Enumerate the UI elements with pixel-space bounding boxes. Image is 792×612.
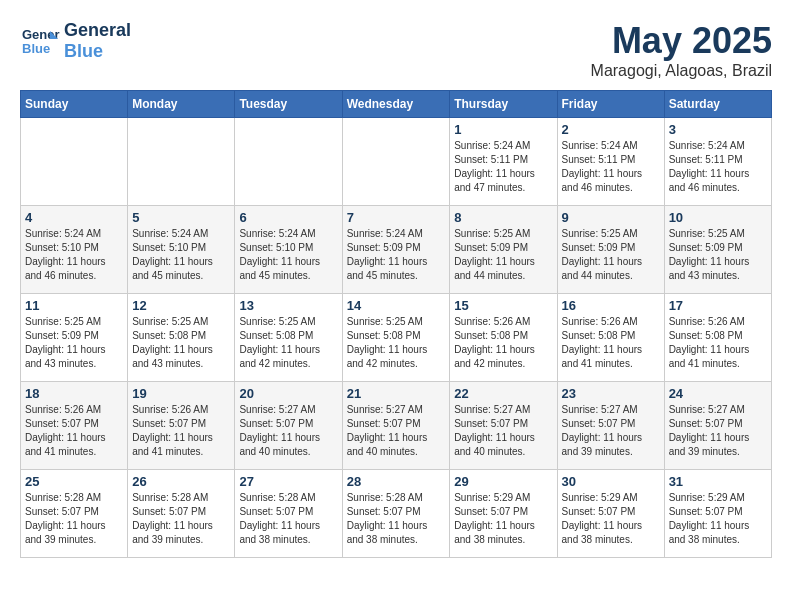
day-info: Sunrise: 5:24 AM Sunset: 5:11 PM Dayligh… (669, 139, 767, 195)
day-info: Sunrise: 5:27 AM Sunset: 5:07 PM Dayligh… (669, 403, 767, 459)
calendar-cell: 2Sunrise: 5:24 AM Sunset: 5:11 PM Daylig… (557, 118, 664, 206)
month-title: May 2025 (591, 20, 772, 62)
calendar: SundayMondayTuesdayWednesdayThursdayFrid… (20, 90, 772, 558)
day-number: 9 (562, 210, 660, 225)
day-number: 25 (25, 474, 123, 489)
day-info: Sunrise: 5:27 AM Sunset: 5:07 PM Dayligh… (562, 403, 660, 459)
day-number: 29 (454, 474, 552, 489)
day-info: Sunrise: 5:25 AM Sunset: 5:09 PM Dayligh… (25, 315, 123, 371)
calendar-body: 1Sunrise: 5:24 AM Sunset: 5:11 PM Daylig… (21, 118, 772, 558)
day-number: 18 (25, 386, 123, 401)
day-info: Sunrise: 5:24 AM Sunset: 5:11 PM Dayligh… (454, 139, 552, 195)
logo-blue: Blue (64, 41, 131, 62)
day-number: 28 (347, 474, 446, 489)
day-info: Sunrise: 5:28 AM Sunset: 5:07 PM Dayligh… (25, 491, 123, 547)
calendar-cell: 19Sunrise: 5:26 AM Sunset: 5:07 PM Dayli… (128, 382, 235, 470)
calendar-week-row: 1Sunrise: 5:24 AM Sunset: 5:11 PM Daylig… (21, 118, 772, 206)
day-info: Sunrise: 5:25 AM Sunset: 5:09 PM Dayligh… (562, 227, 660, 283)
day-info: Sunrise: 5:29 AM Sunset: 5:07 PM Dayligh… (562, 491, 660, 547)
day-number: 10 (669, 210, 767, 225)
day-number: 4 (25, 210, 123, 225)
day-number: 8 (454, 210, 552, 225)
day-info: Sunrise: 5:26 AM Sunset: 5:07 PM Dayligh… (132, 403, 230, 459)
day-number: 23 (562, 386, 660, 401)
calendar-cell: 11Sunrise: 5:25 AM Sunset: 5:09 PM Dayli… (21, 294, 128, 382)
day-info: Sunrise: 5:24 AM Sunset: 5:10 PM Dayligh… (132, 227, 230, 283)
weekday-header-cell: Sunday (21, 91, 128, 118)
svg-text:General: General (22, 27, 60, 42)
calendar-cell: 25Sunrise: 5:28 AM Sunset: 5:07 PM Dayli… (21, 470, 128, 558)
day-info: Sunrise: 5:24 AM Sunset: 5:10 PM Dayligh… (239, 227, 337, 283)
day-number: 17 (669, 298, 767, 313)
weekday-header-cell: Friday (557, 91, 664, 118)
weekday-header-row: SundayMondayTuesdayWednesdayThursdayFrid… (21, 91, 772, 118)
calendar-cell: 1Sunrise: 5:24 AM Sunset: 5:11 PM Daylig… (450, 118, 557, 206)
day-info: Sunrise: 5:24 AM Sunset: 5:11 PM Dayligh… (562, 139, 660, 195)
calendar-cell: 28Sunrise: 5:28 AM Sunset: 5:07 PM Dayli… (342, 470, 450, 558)
calendar-cell: 16Sunrise: 5:26 AM Sunset: 5:08 PM Dayli… (557, 294, 664, 382)
calendar-cell: 3Sunrise: 5:24 AM Sunset: 5:11 PM Daylig… (664, 118, 771, 206)
calendar-cell (128, 118, 235, 206)
calendar-cell: 18Sunrise: 5:26 AM Sunset: 5:07 PM Dayli… (21, 382, 128, 470)
calendar-cell: 15Sunrise: 5:26 AM Sunset: 5:08 PM Dayli… (450, 294, 557, 382)
calendar-cell: 7Sunrise: 5:24 AM Sunset: 5:09 PM Daylig… (342, 206, 450, 294)
calendar-cell: 29Sunrise: 5:29 AM Sunset: 5:07 PM Dayli… (450, 470, 557, 558)
calendar-cell: 13Sunrise: 5:25 AM Sunset: 5:08 PM Dayli… (235, 294, 342, 382)
calendar-cell: 22Sunrise: 5:27 AM Sunset: 5:07 PM Dayli… (450, 382, 557, 470)
calendar-cell: 8Sunrise: 5:25 AM Sunset: 5:09 PM Daylig… (450, 206, 557, 294)
calendar-cell: 5Sunrise: 5:24 AM Sunset: 5:10 PM Daylig… (128, 206, 235, 294)
day-number: 1 (454, 122, 552, 137)
svg-text:Blue: Blue (22, 41, 50, 56)
day-info: Sunrise: 5:27 AM Sunset: 5:07 PM Dayligh… (454, 403, 552, 459)
day-number: 16 (562, 298, 660, 313)
day-info: Sunrise: 5:25 AM Sunset: 5:08 PM Dayligh… (132, 315, 230, 371)
day-info: Sunrise: 5:27 AM Sunset: 5:07 PM Dayligh… (347, 403, 446, 459)
calendar-cell: 21Sunrise: 5:27 AM Sunset: 5:07 PM Dayli… (342, 382, 450, 470)
calendar-cell (235, 118, 342, 206)
day-number: 11 (25, 298, 123, 313)
day-number: 22 (454, 386, 552, 401)
calendar-cell: 6Sunrise: 5:24 AM Sunset: 5:10 PM Daylig… (235, 206, 342, 294)
day-number: 19 (132, 386, 230, 401)
logo: General Blue General Blue (20, 20, 131, 62)
title-area: May 2025 Maragogi, Alagoas, Brazil (591, 20, 772, 80)
day-info: Sunrise: 5:25 AM Sunset: 5:08 PM Dayligh… (239, 315, 337, 371)
day-number: 6 (239, 210, 337, 225)
calendar-cell: 24Sunrise: 5:27 AM Sunset: 5:07 PM Dayli… (664, 382, 771, 470)
calendar-cell: 9Sunrise: 5:25 AM Sunset: 5:09 PM Daylig… (557, 206, 664, 294)
day-info: Sunrise: 5:24 AM Sunset: 5:09 PM Dayligh… (347, 227, 446, 283)
weekday-header-cell: Thursday (450, 91, 557, 118)
calendar-cell: 10Sunrise: 5:25 AM Sunset: 5:09 PM Dayli… (664, 206, 771, 294)
calendar-cell: 12Sunrise: 5:25 AM Sunset: 5:08 PM Dayli… (128, 294, 235, 382)
day-number: 27 (239, 474, 337, 489)
weekday-header-cell: Saturday (664, 91, 771, 118)
day-number: 30 (562, 474, 660, 489)
day-info: Sunrise: 5:28 AM Sunset: 5:07 PM Dayligh… (132, 491, 230, 547)
day-info: Sunrise: 5:25 AM Sunset: 5:08 PM Dayligh… (347, 315, 446, 371)
day-number: 24 (669, 386, 767, 401)
weekday-header-cell: Monday (128, 91, 235, 118)
day-number: 14 (347, 298, 446, 313)
calendar-week-row: 11Sunrise: 5:25 AM Sunset: 5:09 PM Dayli… (21, 294, 772, 382)
weekday-header-cell: Tuesday (235, 91, 342, 118)
day-number: 2 (562, 122, 660, 137)
calendar-cell: 20Sunrise: 5:27 AM Sunset: 5:07 PM Dayli… (235, 382, 342, 470)
calendar-cell: 31Sunrise: 5:29 AM Sunset: 5:07 PM Dayli… (664, 470, 771, 558)
calendar-cell (21, 118, 128, 206)
calendar-cell: 4Sunrise: 5:24 AM Sunset: 5:10 PM Daylig… (21, 206, 128, 294)
logo-general: General (64, 20, 131, 41)
day-info: Sunrise: 5:25 AM Sunset: 5:09 PM Dayligh… (454, 227, 552, 283)
calendar-week-row: 4Sunrise: 5:24 AM Sunset: 5:10 PM Daylig… (21, 206, 772, 294)
calendar-cell: 30Sunrise: 5:29 AM Sunset: 5:07 PM Dayli… (557, 470, 664, 558)
day-number: 13 (239, 298, 337, 313)
calendar-cell: 23Sunrise: 5:27 AM Sunset: 5:07 PM Dayli… (557, 382, 664, 470)
calendar-cell: 26Sunrise: 5:28 AM Sunset: 5:07 PM Dayli… (128, 470, 235, 558)
day-number: 26 (132, 474, 230, 489)
day-info: Sunrise: 5:24 AM Sunset: 5:10 PM Dayligh… (25, 227, 123, 283)
location-title: Maragogi, Alagoas, Brazil (591, 62, 772, 80)
calendar-week-row: 25Sunrise: 5:28 AM Sunset: 5:07 PM Dayli… (21, 470, 772, 558)
day-info: Sunrise: 5:26 AM Sunset: 5:08 PM Dayligh… (562, 315, 660, 371)
day-info: Sunrise: 5:27 AM Sunset: 5:07 PM Dayligh… (239, 403, 337, 459)
day-info: Sunrise: 5:26 AM Sunset: 5:08 PM Dayligh… (669, 315, 767, 371)
day-number: 20 (239, 386, 337, 401)
